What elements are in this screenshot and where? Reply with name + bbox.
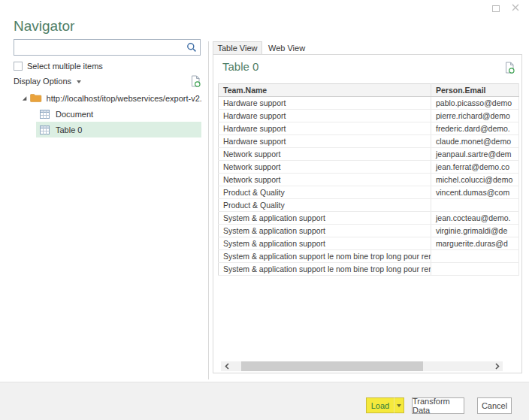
cell-team-name: Network support [219, 148, 431, 161]
document-refresh-icon[interactable] [504, 62, 515, 74]
panel-divider [208, 41, 209, 379]
table-row: Hardware supportpierre.richard@demo [219, 110, 519, 122]
tab-web-view[interactable]: Web View [268, 41, 305, 55]
cell-person-email: virginie.grimaldi@de [431, 225, 519, 237]
scrollbar-track[interactable] [232, 361, 491, 371]
table-row: Hardware supportclaude.monet@demo [219, 135, 519, 148]
tree-item-table-0[interactable]: Table 0 [36, 122, 201, 137]
cell-person-email: jean.cocteau@demo. [431, 212, 519, 225]
tree-item-source-url[interactable]: http://localhost/itop/webservices/export… [14, 90, 201, 106]
display-options-label[interactable]: Display Options [14, 77, 71, 86]
cell-team-name: Hardware support [219, 110, 431, 122]
maximize-icon[interactable] [492, 5, 500, 12]
table-row: System & application supportjean.cocteau… [219, 212, 519, 225]
cell-person-email: vincent.dumas@com [431, 186, 519, 199]
load-button[interactable]: Load [366, 397, 394, 413]
column-header-person-email: Person.Email [431, 84, 519, 97]
cell-team-name: System & application support [219, 212, 431, 225]
search-icon[interactable] [186, 42, 197, 53]
table-row: Product & Qualityvincent.dumas@com [219, 186, 519, 199]
dialog-footer: Load Transform Data Cancel [0, 382, 529, 420]
cell-team-name: Hardware support [219, 135, 431, 148]
cell-person-email: pierre.richard@demo [431, 110, 519, 122]
cell-person-email: michel.colucci@demo [431, 174, 519, 186]
cell-team-name: System & application support [219, 237, 431, 250]
page-title: Navigator [14, 18, 74, 35]
cell-team-name: System & application support le nom bine… [219, 250, 431, 263]
select-multiple-row: Select multiple items [14, 62, 103, 71]
select-multiple-checkbox[interactable] [14, 62, 23, 71]
cell-person-email: jeanpaul.sartre@dem [431, 148, 519, 161]
cancel-button[interactable]: Cancel [477, 397, 512, 414]
cell-person-email: jean.ferrat@demo.co [431, 161, 519, 174]
tree-expander-icon[interactable] [22, 95, 27, 101]
table-row: Product & Quality [219, 199, 519, 212]
preview-title: Table 0 [222, 60, 258, 73]
table-row: System & application support le nom bine… [219, 263, 519, 276]
document-refresh-icon[interactable] [190, 75, 201, 87]
table-row: System & application support le nom bine… [219, 250, 519, 263]
cell-person-email: frederic.dard@demo. [431, 122, 519, 135]
search-input[interactable] [16, 41, 185, 54]
chevron-left-icon[interactable] [221, 361, 232, 371]
navigation-tree: http://localhost/itop/webservices/export… [14, 90, 201, 137]
cell-person-email [431, 199, 519, 212]
transform-data-button[interactable]: Transform Data [412, 397, 464, 414]
cell-team-name: System & application support [219, 225, 431, 237]
tree-item-label: Document [56, 110, 93, 119]
cell-person-email: marguerite.duras@d [431, 237, 519, 250]
cell-person-email [431, 263, 519, 276]
search-box [14, 39, 201, 56]
cell-team-name: System & application support le nom bine… [219, 263, 431, 276]
cell-person-email: claude.monet@demo [431, 135, 519, 148]
table-row: Hardware supportfrederic.dard@demo. [219, 122, 519, 135]
table-row: Hardware supportpablo.picasso@demo [219, 97, 519, 110]
table-row: System & application supportvirginie.gri… [219, 225, 519, 237]
select-multiple-label: Select multiple items [27, 62, 103, 71]
table-row: Network supportjeanpaul.sartre@dem [219, 148, 519, 161]
table-row: Network supportjean.ferrat@demo.co [219, 161, 519, 174]
close-icon[interactable] [511, 3, 520, 12]
cell-team-name: Hardware support [219, 122, 431, 135]
folder-icon [30, 93, 41, 103]
cell-team-name: Hardware support [219, 97, 431, 110]
chevron-right-icon[interactable] [491, 361, 503, 371]
load-split-button[interactable]: Load [366, 397, 404, 413]
cell-team-name: Network support [219, 161, 431, 174]
cell-person-email: pablo.picasso@demo [431, 97, 519, 110]
table-row: System & application supportmarguerite.d… [219, 237, 519, 250]
preview-table: Team.Name Person.Email Hardware supportp… [218, 83, 519, 276]
horizontal-scrollbar[interactable] [221, 361, 503, 371]
chevron-down-icon [397, 404, 401, 407]
load-dropdown-button[interactable] [394, 397, 404, 413]
cell-team-name: Network support [219, 174, 431, 186]
scrollbar-thumb[interactable] [241, 361, 423, 371]
column-header-team-name: Team.Name [219, 84, 431, 97]
table-grid-icon [40, 125, 50, 134]
table-grid-icon [40, 110, 50, 119]
cell-person-email [431, 250, 519, 263]
tree-item-label: Table 0 [56, 125, 82, 134]
display-options-row: Display Options [14, 75, 201, 87]
table-row: Network supportmichel.colucci@demo [219, 174, 519, 186]
navigator-dialog: Navigator Select multiple items Display … [0, 0, 529, 420]
tree-item-document[interactable]: Document [36, 106, 201, 122]
preview-pane: Table 0 Team.Name Person.Email Hardware … [213, 54, 522, 373]
tree-item-label: http://localhost/itop/webservices/export… [47, 94, 201, 103]
preview-table-body: Hardware supportpablo.picasso@demoHardwa… [219, 97, 519, 276]
chevron-down-icon[interactable] [77, 80, 81, 83]
cell-team-name: Product & Quality [219, 199, 431, 212]
cell-team-name: Product & Quality [219, 186, 431, 199]
tab-table-view[interactable]: Table View [213, 41, 262, 55]
